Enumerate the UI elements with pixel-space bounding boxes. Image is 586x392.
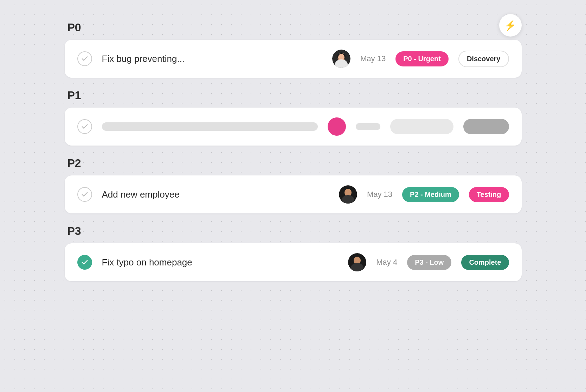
skeleton-title-p1 (102, 122, 318, 131)
priority-badge-p2: P2 - Medium (402, 187, 459, 202)
priority-section-p2: P2 Add new employee May 13 P2 - Medium (65, 157, 522, 213)
skeleton-date-p1 (356, 123, 380, 130)
date-p2: May 13 (367, 190, 392, 199)
priority-label-p3: P3 (65, 225, 522, 238)
avatar-p0 (332, 50, 350, 68)
priority-badge-p3: P3 - Low (407, 255, 451, 270)
skeleton-status-p1 (463, 119, 509, 134)
avatar-p3 (348, 253, 366, 271)
status-badge-p2: Testing (469, 187, 509, 202)
skeleton-avatar-p1 (328, 117, 346, 136)
priority-label-p2: P2 (65, 157, 522, 170)
priority-label-p1: P1 (65, 89, 522, 102)
skeleton-priority-p1 (390, 119, 453, 134)
priority-section-p1: P1 (65, 89, 522, 146)
task-card-p1[interactable] (65, 108, 522, 146)
task-title-p2: Add new employee (102, 189, 329, 200)
task-title-p0: Fix bug preventing... (102, 53, 323, 64)
check-circle-p2[interactable] (77, 187, 92, 202)
check-circle-p3[interactable] (77, 255, 92, 270)
check-circle-p1[interactable] (77, 119, 92, 134)
lightning-button[interactable]: ⚡ (499, 14, 522, 37)
task-card-p3[interactable]: Fix typo on homepage May 4 P3 - Low Comp… (65, 243, 522, 281)
date-p3: May 4 (376, 258, 397, 267)
status-badge-p3: Complete (461, 255, 509, 270)
status-badge-p0: Discovery (458, 51, 509, 67)
priority-section-p0: P0 Fix bug preventing... May 13 (65, 21, 522, 78)
task-card-p0[interactable]: Fix bug preventing... May 13 P0 - Urgent… (65, 40, 522, 78)
priority-label-p0: P0 (65, 21, 522, 34)
task-card-p2[interactable]: Add new employee May 13 P2 - Medium Test… (65, 175, 522, 213)
task-title-p3: Fix typo on homepage (102, 257, 339, 268)
priority-badge-p0: P0 - Urgent (395, 51, 449, 66)
page-container: ⚡ P0 Fix bug preventing... (65, 21, 522, 293)
date-p0: May 13 (360, 54, 386, 63)
priority-section-p3: P3 Fix typo on homepage May 4 P3 - Low (65, 225, 522, 281)
check-circle-p0[interactable] (77, 51, 92, 66)
avatar-p2 (339, 185, 357, 204)
